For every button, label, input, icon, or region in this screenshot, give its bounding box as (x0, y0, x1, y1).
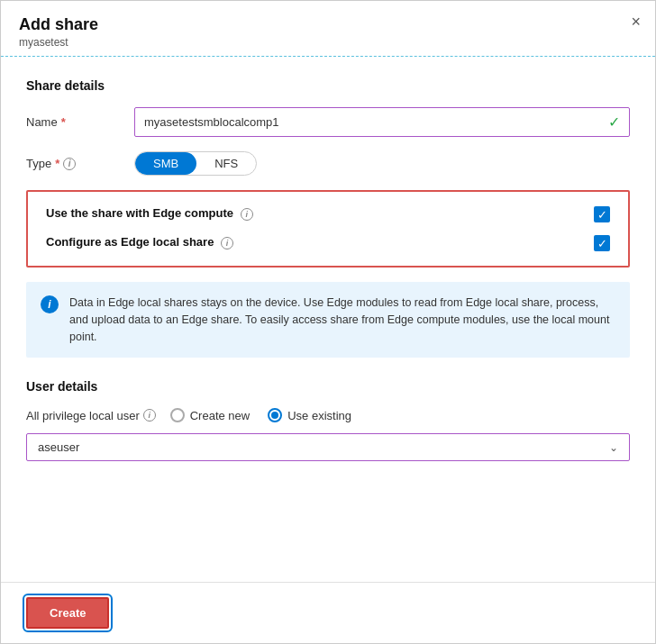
name-label: Name * (26, 115, 134, 129)
dropdown-value: aseuser (38, 440, 79, 454)
dialog-subtitle: myasetest (19, 36, 637, 49)
dialog-footer: Create (1, 582, 655, 643)
edge-compute-box: Use the share with Edge compute i ✓ Conf… (26, 190, 630, 268)
dialog-body: Share details Name * myasetestsmblocalco… (1, 57, 655, 582)
type-info-icon: i (63, 158, 76, 170)
edge-local-checkmark: ✓ (597, 238, 607, 249)
edge-local-checkbox[interactable]: ✓ (594, 235, 610, 251)
type-label: Type * i (26, 157, 134, 170)
edge-compute-info-icon: i (241, 208, 253, 221)
user-dropdown[interactable]: aseuser ⌄ (26, 433, 630, 461)
edge-local-row: Configure as Edge local share i ✓ (46, 235, 610, 251)
type-row: Type * i SMB NFS (26, 151, 630, 176)
create-new-option[interactable]: Create new (170, 408, 250, 422)
nfs-toggle[interactable]: NFS (196, 152, 256, 175)
use-existing-radio[interactable] (268, 408, 282, 422)
add-share-dialog: Add share myasetest × Share details Name… (0, 0, 656, 644)
name-row: Name * myasetestsmblocalcomp1 ✓ (26, 107, 630, 137)
dialog-header: Add share myasetest × (1, 1, 655, 57)
edge-compute-checkbox[interactable]: ✓ (594, 206, 610, 222)
edge-compute-row: Use the share with Edge compute i ✓ (46, 206, 610, 222)
edge-local-info-icon: i (221, 237, 233, 249)
create-new-label: Create new (190, 409, 250, 422)
use-existing-label: Use existing (287, 409, 351, 422)
type-toggle-group: SMB NFS (134, 151, 257, 176)
check-icon: ✓ (608, 113, 620, 131)
info-text: Data in Edge local shares stays on the d… (69, 295, 615, 345)
smb-toggle[interactable]: SMB (135, 152, 196, 175)
edge-compute-checkmark: ✓ (597, 209, 607, 221)
name-input[interactable]: myasetestsmblocalcomp1 ✓ (134, 107, 630, 137)
privilege-label: All privilege local user i (26, 409, 156, 422)
privilege-info-icon: i (143, 409, 156, 422)
edge-local-label: Configure as Edge local share i (46, 235, 594, 249)
create-new-radio[interactable] (170, 408, 185, 422)
privilege-row: All privilege local user i Create new Us… (26, 408, 630, 422)
name-required: * (61, 115, 66, 129)
type-required: * (55, 157, 59, 170)
user-details-section: User details All privilege local user i … (26, 379, 630, 461)
dialog-title: Add share (19, 15, 637, 34)
use-existing-option[interactable]: Use existing (268, 408, 351, 422)
info-circle-icon: i (41, 295, 59, 313)
create-button[interactable]: Create (26, 597, 109, 629)
user-details-title: User details (26, 379, 630, 394)
chevron-down-icon: ⌄ (609, 441, 618, 454)
close-button[interactable]: × (631, 14, 641, 30)
edge-compute-label: Use the share with Edge compute i (46, 206, 594, 221)
share-details-title: Share details (26, 78, 630, 93)
radio-group: Create new Use existing (170, 408, 351, 422)
info-box: i Data in Edge local shares stays on the… (26, 282, 630, 358)
